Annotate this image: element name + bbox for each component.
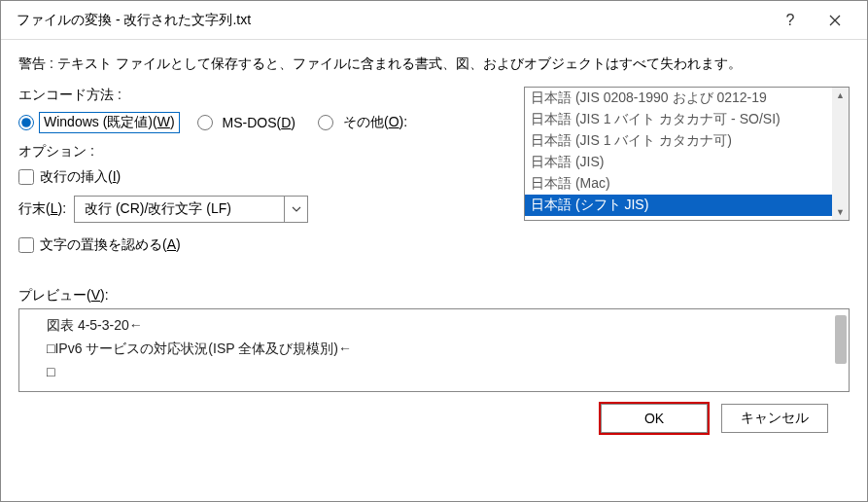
- titlebar: ファイルの変換 - 改行された文字列.txt ?: [1, 1, 867, 40]
- insert-linebreak-check[interactable]: 改行の挿入(I): [18, 168, 504, 186]
- preview-line: □: [47, 364, 821, 379]
- encoding-row: エンコード方法 : Windows (既定値)(W) MS-DOS(D) その他…: [18, 87, 850, 260]
- listbox-scrollbar[interactable]: ▲ ▼: [832, 88, 849, 220]
- encoding-label: エンコード方法 :: [18, 87, 504, 104]
- line-end-label: 行末(L):: [18, 200, 66, 218]
- dialog-footer: OK キャンセル: [18, 392, 850, 448]
- radio-windows-label: Windows (既定値)(W): [39, 112, 180, 133]
- file-conversion-dialog: ファイルの変換 - 改行された文字列.txt ? 警告 : テキスト ファイルと…: [0, 0, 868, 502]
- list-item[interactable]: 日本語 (JIS 1 バイト カタカナ可 - SO/SI): [525, 109, 849, 130]
- list-item[interactable]: 日本語 (JIS 1 バイト カタカナ可): [525, 130, 849, 152]
- titlebar-buttons: ?: [768, 5, 857, 36]
- list-item[interactable]: 日本語 (シフト JIS): [525, 195, 849, 216]
- warning-text: 警告 : テキスト ファイルとして保存すると、ファイルに含まれる書式、図、および…: [18, 55, 850, 73]
- encoding-listbox[interactable]: 日本語 (JIS 0208-1990 および 0212-19日本語 (JIS 1…: [524, 87, 850, 221]
- preview-scrollbar[interactable]: [835, 315, 847, 364]
- help-button[interactable]: ?: [768, 5, 813, 36]
- radio-msdos-label: MS-DOS(D): [218, 113, 300, 132]
- encoding-radios: Windows (既定値)(W) MS-DOS(D) その他(O):: [18, 112, 504, 133]
- insert-linebreak-label: 改行の挿入(I): [40, 168, 121, 186]
- left-column: エンコード方法 : Windows (既定値)(W) MS-DOS(D) その他…: [18, 87, 504, 260]
- line-end-value: 改行 (CR)/改行文字 (LF): [75, 197, 284, 222]
- allow-substitution-check[interactable]: 文字の置換を認める(A): [18, 236, 504, 254]
- preview-box: 図表 4-5-3-20←□IPv6 サービスの対応状況(ISP 全体及び規模別)…: [18, 308, 850, 392]
- radio-msdos[interactable]: MS-DOS(D): [197, 113, 300, 132]
- options-label: オプション :: [18, 143, 504, 161]
- preview-line: 図表 4-5-3-20←: [47, 317, 821, 335]
- scroll-down-icon: ▼: [836, 204, 845, 220]
- ok-button[interactable]: OK: [601, 404, 708, 433]
- allow-substitution-label: 文字の置換を認める(A): [40, 236, 181, 254]
- list-item[interactable]: 日本語 (Mac): [525, 173, 849, 195]
- chevron-down-icon: [284, 197, 307, 222]
- dialog-title: ファイルの変換 - 改行された文字列.txt: [17, 12, 768, 29]
- encoding-list-items: 日本語 (JIS 0208-1990 および 0212-19日本語 (JIS 1…: [525, 88, 849, 216]
- line-end-row: 行末(L): 改行 (CR)/改行文字 (LF): [18, 196, 504, 223]
- allow-substitution-input[interactable]: [18, 237, 34, 253]
- radio-other-input[interactable]: [318, 115, 333, 130]
- scroll-up-icon: ▲: [836, 88, 845, 103]
- radio-msdos-input[interactable]: [197, 115, 213, 130]
- radio-windows-input[interactable]: [18, 115, 34, 130]
- line-end-select[interactable]: 改行 (CR)/改行文字 (LF): [74, 196, 308, 223]
- radio-other-label: その他(O):: [338, 112, 412, 133]
- dialog-content: 警告 : テキスト ファイルとして保存すると、ファイルに含まれる書式、図、および…: [1, 40, 867, 501]
- list-item[interactable]: 日本語 (JIS 0208-1990 および 0212-19: [525, 88, 849, 109]
- preview-label: プレビュー(V):: [18, 287, 850, 305]
- list-item[interactable]: 日本語 (JIS): [525, 152, 849, 173]
- close-button[interactable]: [813, 5, 857, 36]
- right-column: 日本語 (JIS 0208-1990 および 0212-19日本語 (JIS 1…: [524, 87, 850, 260]
- cancel-button[interactable]: キャンセル: [721, 404, 828, 433]
- radio-windows[interactable]: Windows (既定値)(W): [18, 112, 180, 133]
- radio-other[interactable]: その他(O):: [318, 112, 412, 133]
- preview-line: □IPv6 サービスの対応状況(ISP 全体及び規模別)←: [47, 341, 821, 358]
- close-icon: [829, 15, 841, 26]
- preview-lines: 図表 4-5-3-20←□IPv6 サービスの対応状況(ISP 全体及び規模別)…: [47, 317, 821, 379]
- insert-linebreak-input[interactable]: [18, 169, 34, 185]
